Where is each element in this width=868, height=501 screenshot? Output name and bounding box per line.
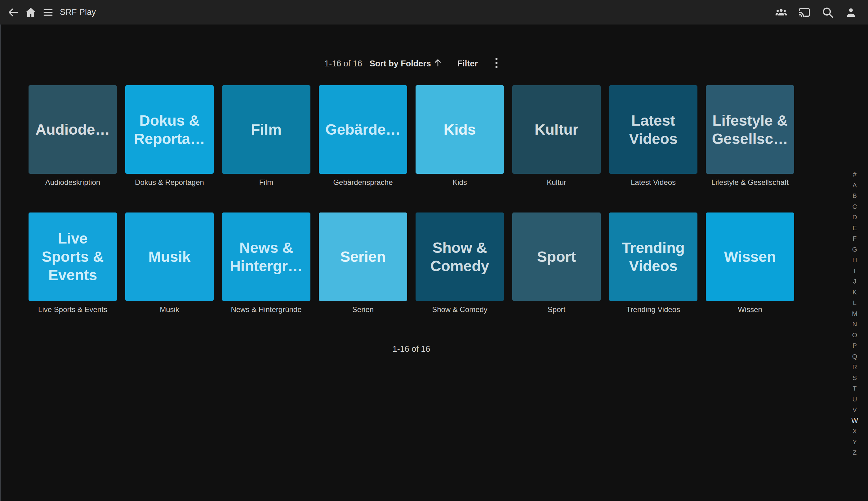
folder-card[interactable]: MusikMusik	[125, 213, 214, 314]
folder-thumbnail[interactable]: LatestVideos	[609, 85, 697, 174]
folder-label: News & Hintergründe	[222, 305, 311, 314]
folder-thumbnail[interactable]: Lifestyle &Gesellsc…	[706, 85, 794, 174]
cast-icon	[798, 6, 811, 19]
folder-label: Sport	[512, 305, 601, 314]
alphabet-letter[interactable]: M	[850, 308, 859, 319]
folder-label: Gebärdensprache	[319, 178, 407, 187]
cast-button[interactable]	[798, 6, 811, 19]
alphabet-letter[interactable]: H	[850, 255, 859, 266]
search-button[interactable]	[821, 6, 834, 19]
alphabet-letter[interactable]: Y	[850, 437, 859, 448]
left-scrollbar-track	[0, 0, 1, 501]
folder-thumbnail-text: Latest	[631, 111, 675, 130]
folder-thumbnail-text: Dokus &	[139, 111, 200, 130]
folder-card[interactable]: TrendingVideosTrending Videos	[609, 213, 697, 314]
folder-thumbnail[interactable]: Serien	[319, 213, 407, 301]
folder-thumbnail-text: Videos	[629, 257, 677, 275]
folder-thumbnail[interactable]: Audiode…	[29, 85, 117, 174]
alphabet-letter[interactable]: T	[850, 383, 859, 394]
paging-text-bottom: 1-16 of 16	[29, 345, 794, 353]
alphabet-letter[interactable]: #	[850, 169, 859, 180]
alphabet-letter[interactable]: V	[850, 405, 859, 415]
folder-card[interactable]: FilmFilm	[222, 85, 311, 187]
folder-thumbnail[interactable]: Wissen	[706, 213, 794, 301]
folder-thumbnail[interactable]: Musik	[125, 213, 214, 301]
folder-card[interactable]: Gebärde…Gebärdensprache	[319, 85, 407, 187]
alphabet-letter[interactable]: O	[850, 330, 859, 341]
hamburger-menu-icon	[42, 7, 54, 18]
sort-ascending-arrow-icon	[434, 58, 442, 70]
alphabet-letter[interactable]: A	[850, 180, 859, 191]
alphabet-letter[interactable]: U	[850, 394, 859, 405]
folder-card[interactable]: KulturKultur	[512, 85, 601, 187]
folder-thumbnail-text: Kultur	[535, 120, 578, 139]
folder-card[interactable]: SerienSerien	[319, 213, 407, 314]
folder-thumbnail-text: Comedy	[431, 257, 489, 275]
people-icon	[775, 6, 788, 19]
folder-thumbnail-text: News &	[239, 238, 293, 257]
alphabet-letter[interactable]: Q	[850, 351, 859, 362]
folder-label: Film	[222, 178, 311, 187]
folder-card[interactable]: SportSport	[512, 213, 601, 314]
folder-card[interactable]: Lifestyle &Gesellsc…Lifestyle & Gesellsc…	[706, 85, 794, 187]
folder-thumbnail[interactable]: Gebärde…	[319, 85, 407, 174]
folder-card[interactable]: LatestVideosLatest Videos	[609, 85, 697, 187]
folder-label: Kids	[415, 178, 504, 187]
alphabet-letter[interactable]: D	[850, 212, 859, 223]
alphabet-letter[interactable]: K	[850, 287, 859, 298]
alphabet-letter[interactable]: C	[850, 201, 859, 212]
folder-card[interactable]: LiveSports &EventsLive Sports & Events	[29, 213, 117, 314]
folder-thumbnail[interactable]: Show &Comedy	[415, 213, 504, 301]
alphabet-letter[interactable]: E	[850, 223, 859, 234]
filter-button[interactable]: Filter	[457, 59, 478, 68]
folder-thumbnail-text: Show &	[433, 238, 487, 257]
alphabet-letter[interactable]: R	[850, 362, 859, 373]
home-icon	[24, 6, 37, 19]
folder-thumbnail[interactable]: TrendingVideos	[609, 213, 697, 301]
alphabet-letter[interactable]: L	[850, 298, 859, 308]
alphabet-letter[interactable]: F	[850, 233, 859, 244]
folder-thumbnail-text: Gebärde…	[325, 120, 401, 139]
back-button[interactable]	[5, 4, 22, 21]
more-options-button[interactable]	[495, 57, 498, 71]
folder-thumbnail-text: Lifestyle &	[712, 111, 788, 130]
menu-button[interactable]	[40, 4, 57, 21]
alphabet-letter[interactable]: W	[850, 415, 859, 426]
folder-thumbnail[interactable]: Dokus &Reporta…	[125, 85, 214, 174]
folder-card[interactable]: Dokus &Reporta…Dokus & Reportagen	[125, 85, 214, 187]
folder-thumbnail[interactable]: Sport	[512, 213, 601, 301]
folder-thumbnail-text: Kids	[444, 120, 476, 139]
alphabet-letter[interactable]: J	[850, 276, 859, 287]
folder-thumbnail-text: Reporta…	[134, 130, 205, 148]
alphabet-letter[interactable]: I	[850, 266, 859, 276]
folder-thumbnail-text: Videos	[629, 130, 677, 148]
folder-card[interactable]: WissenWissen	[706, 213, 794, 314]
alphabet-letter[interactable]: B	[850, 191, 859, 201]
alphabet-letter[interactable]: N	[850, 319, 859, 330]
folder-thumbnail-text: Film	[251, 120, 282, 139]
folder-thumbnail[interactable]: News &Hintergr…	[222, 213, 311, 301]
folder-card[interactable]: News &Hintergr…News & Hintergründe	[222, 213, 311, 314]
alphabet-letter[interactable]: P	[850, 340, 859, 351]
alphabet-letter[interactable]: S	[850, 373, 859, 383]
sort-button[interactable]: Sort by Folders	[370, 58, 442, 70]
alphabet-letter[interactable]: G	[850, 244, 859, 255]
folder-thumbnail-text: Gesellsc…	[712, 130, 788, 148]
back-arrow-icon	[7, 6, 20, 19]
folder-card[interactable]: KidsKids	[415, 85, 504, 187]
folder-card[interactable]: Show &ComedyShow & Comedy	[415, 213, 504, 314]
alphabet-letter[interactable]: Z	[850, 447, 859, 458]
folder-card[interactable]: Audiode…Audiodeskription	[29, 85, 117, 187]
folder-thumbnail[interactable]: Kultur	[512, 85, 601, 174]
syncplay-button[interactable]	[775, 6, 788, 19]
folder-thumbnail-text: Live	[58, 229, 87, 247]
folder-thumbnail-text: Events	[48, 266, 97, 284]
folder-thumbnail[interactable]: Kids	[415, 85, 504, 174]
alphabet-letter[interactable]: X	[850, 426, 859, 437]
folder-label: Dokus & Reportagen	[125, 178, 214, 187]
user-button[interactable]	[844, 6, 857, 19]
folder-thumbnail[interactable]: Film	[222, 85, 311, 174]
home-button[interactable]	[22, 4, 40, 21]
folder-thumbnail[interactable]: LiveSports &Events	[29, 213, 117, 301]
page-title: SRF Play	[60, 8, 96, 17]
